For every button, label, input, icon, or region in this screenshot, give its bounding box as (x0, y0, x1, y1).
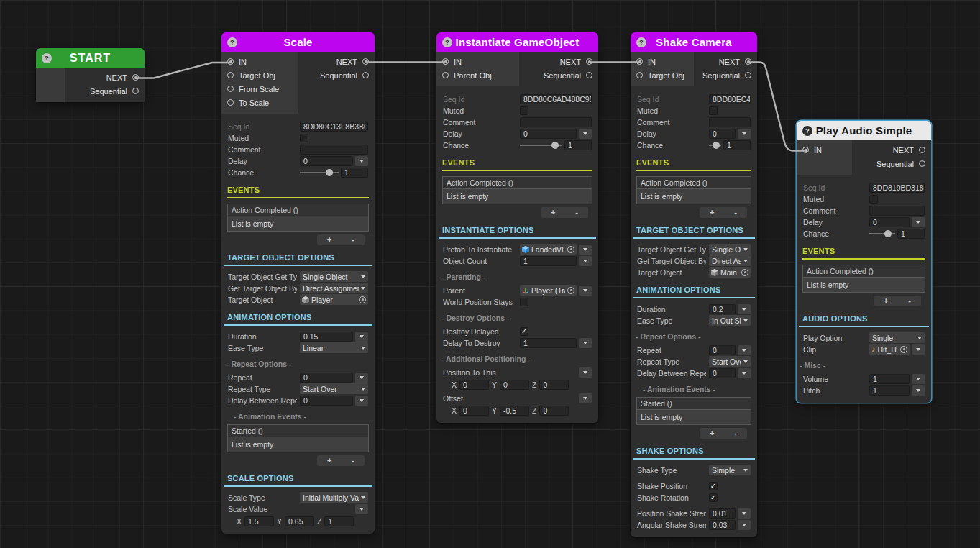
object-picker-icon[interactable] (359, 296, 366, 303)
list-add-remove-buttons[interactable]: +- (874, 296, 921, 306)
delay-dropdown-button[interactable] (579, 129, 592, 139)
scale-x-field[interactable]: 1.5 (244, 516, 274, 526)
position-shake-strength-dropdown-button[interactable] (738, 508, 751, 519)
port-to-scale-dot[interactable] (227, 99, 234, 106)
slider-thumb[interactable] (551, 142, 559, 149)
add-button[interactable]: + (327, 457, 331, 465)
port-next-dot[interactable] (362, 58, 369, 65)
port-in[interactable]: IN (631, 55, 694, 68)
help-icon[interactable]: ? (42, 53, 52, 63)
delay-between-dropdown-button[interactable] (355, 396, 368, 406)
node-graph-canvas[interactable]: ? START NEXT Sequential ? Scale (0, 0, 980, 548)
repeat-dropdown-button[interactable] (355, 373, 368, 383)
delay-field[interactable]: 0 (869, 217, 910, 227)
port-in-dot[interactable] (636, 58, 643, 65)
scale-y-field[interactable]: 0.65 (285, 516, 314, 526)
delay-between-field[interactable]: 0 (709, 368, 736, 378)
port-next[interactable]: NEXT (713, 55, 757, 68)
angular-shake-strength-field[interactable]: 0.03 (709, 520, 736, 530)
help-icon[interactable]: ? (442, 37, 452, 47)
object-picker-icon[interactable] (567, 246, 574, 253)
add-button[interactable]: + (884, 297, 888, 305)
prefab-dropdown-button[interactable] (579, 245, 592, 255)
muted-checkbox[interactable] (520, 106, 528, 115)
offset-dropdown-button[interactable] (579, 393, 592, 403)
comment-field[interactable] (709, 117, 751, 127)
pitch-dropdown-button[interactable] (912, 385, 925, 396)
help-icon[interactable]: ? (227, 37, 237, 47)
list-add-remove-buttons[interactable]: +- (700, 428, 747, 439)
target-object-field[interactable]: Player (300, 294, 368, 305)
chance-slider[interactable] (869, 229, 895, 238)
target-get-type-select[interactable]: Single Ob (709, 244, 751, 255)
port-to-scale[interactable]: To Scale (221, 96, 298, 109)
port-in[interactable]: IN (797, 143, 852, 157)
port-from-scale[interactable]: From Scale (221, 82, 298, 96)
destroy-delayed-checkbox[interactable] (520, 327, 528, 336)
offset-y-field[interactable]: -0.5 (500, 406, 529, 416)
port-from-scale-dot[interactable] (227, 86, 234, 92)
help-icon[interactable]: ? (802, 126, 812, 136)
comment-field[interactable] (520, 117, 592, 127)
position-z-field[interactable]: 0 (539, 380, 569, 390)
port-sequential[interactable]: Sequential (538, 68, 598, 82)
shake-rotation-checkbox[interactable] (709, 493, 718, 502)
port-next[interactable]: NEXT (101, 70, 145, 84)
add-button[interactable]: + (551, 209, 555, 216)
remove-button[interactable]: - (352, 236, 354, 244)
port-in[interactable]: IN (221, 55, 298, 68)
list-add-remove-buttons[interactable]: +- (317, 455, 365, 466)
shake-type-select[interactable]: Simple (709, 465, 751, 475)
chance-value-field[interactable]: 1 (897, 229, 925, 239)
object-picker-icon[interactable] (900, 346, 907, 353)
get-target-by-select[interactable]: Direct Assignment (300, 283, 368, 293)
repeat-field[interactable]: 0 (300, 373, 353, 383)
add-button[interactable]: + (710, 209, 714, 216)
duration-field[interactable]: 0.15 (300, 332, 353, 342)
ease-type-select[interactable]: Linear (300, 342, 368, 353)
chance-slider[interactable] (300, 168, 339, 177)
clip-dropdown-button[interactable] (912, 344, 925, 355)
list-add-remove-buttons[interactable]: +- (700, 207, 747, 218)
object-picker-icon[interactable] (741, 269, 748, 276)
port-in[interactable]: IN (436, 55, 519, 68)
target-get-type-select[interactable]: Single Object (300, 271, 368, 282)
port-sequential[interactable]: Sequential (697, 68, 757, 82)
port-in-dot[interactable] (442, 58, 449, 65)
port-next[interactable]: NEXT (331, 55, 375, 68)
chance-value-field[interactable]: 1 (341, 168, 368, 178)
position-to-this-dropdown-button[interactable] (579, 367, 592, 378)
port-target-obj-dot[interactable] (227, 72, 234, 78)
port-sequential[interactable]: Sequential (84, 84, 145, 98)
node-shake-camera[interactable]: ? Shake Camera IN Target Obj NEXT Sequen… (631, 32, 757, 537)
ease-type-select[interactable]: In Out Sin (709, 315, 751, 326)
node-play-audio-header[interactable]: ? Play Audio Simple (797, 121, 931, 140)
node-start-header[interactable]: ? START (36, 48, 145, 68)
scale-value-dropdown-button[interactable] (355, 504, 368, 514)
delay-field[interactable]: 0 (520, 129, 577, 139)
port-next[interactable]: NEXT (554, 55, 598, 68)
object-count-field[interactable]: 1 (520, 256, 577, 266)
chance-value-field[interactable]: 1 (723, 140, 751, 150)
port-sequential[interactable]: Sequential (871, 157, 931, 170)
remove-button[interactable]: - (575, 209, 578, 216)
parent-dropdown-button[interactable] (579, 286, 592, 296)
remove-button[interactable]: - (908, 297, 911, 305)
position-y-field[interactable]: 0 (500, 380, 529, 390)
offset-z-field[interactable]: 0 (539, 406, 569, 416)
slider-thumb[interactable] (713, 142, 720, 149)
port-sequential-dot[interactable] (132, 88, 139, 94)
node-play-audio-simple[interactable]: ? Play Audio Simple IN NEXT Sequential S… (797, 121, 931, 403)
remove-button[interactable]: - (352, 457, 354, 465)
port-next-dot[interactable] (586, 58, 592, 65)
object-picker-icon[interactable] (567, 287, 574, 294)
node-shake-header[interactable]: ? Shake Camera (631, 32, 757, 52)
volume-dropdown-button[interactable] (912, 374, 925, 384)
port-in-dot[interactable] (227, 58, 234, 65)
delay-between-dropdown-button[interactable] (738, 368, 751, 378)
duration-dropdown-button[interactable] (355, 332, 368, 342)
muted-checkbox[interactable] (300, 134, 308, 142)
add-button[interactable]: + (710, 429, 714, 437)
port-target-obj[interactable]: Target Obj (221, 68, 298, 82)
node-start[interactable]: ? START NEXT Sequential (36, 48, 145, 102)
